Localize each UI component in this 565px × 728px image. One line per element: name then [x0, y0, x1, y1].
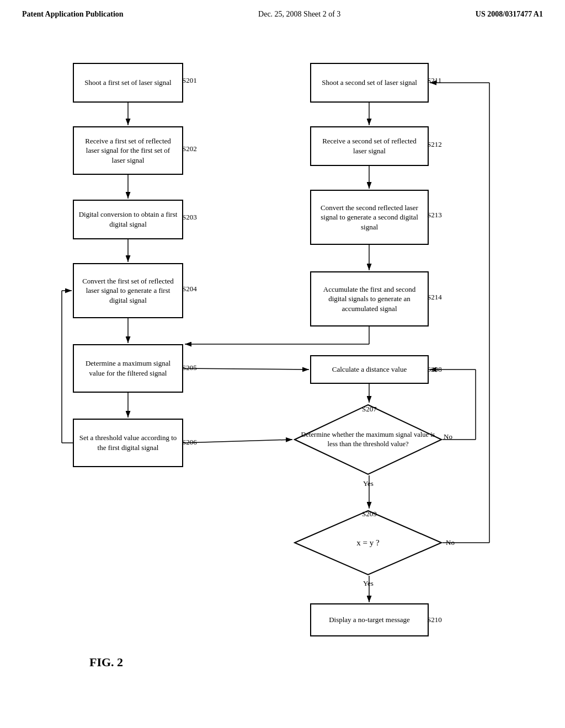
- box-s211-text: Shoot a second set of laser signal: [322, 78, 417, 88]
- diagram-area: Shoot a first set of laser signal S201 R…: [56, 46, 509, 675]
- diamond-s207: Determine whether the maximum signal val…: [294, 404, 443, 475]
- header-right: US 2008/0317477 A1: [476, 10, 543, 19]
- label-s207: S207: [362, 405, 377, 414]
- header-center: Dec. 25, 2008 Sheet 2 of 3: [258, 10, 340, 19]
- s207-no-label: No: [444, 432, 452, 441]
- box-s205-text: Determine a maximum signal value for the…: [78, 358, 178, 378]
- label-s206: S206: [182, 438, 197, 447]
- box-s214: Accumulate the first and second digital …: [310, 271, 429, 326]
- label-s213: S213: [427, 211, 442, 220]
- box-s201: Shoot a first set of laser signal: [73, 63, 183, 103]
- box-s208-text: Calculate a distance value: [332, 365, 407, 374]
- box-s212: Receive a second set of reflected laser …: [310, 126, 429, 166]
- page-header: Patent Application Publication Dec. 25, …: [0, 0, 565, 24]
- label-s204: S204: [182, 285, 197, 293]
- label-s210: S210: [427, 615, 442, 624]
- label-s205: S205: [182, 363, 197, 372]
- label-s208: S208: [427, 365, 442, 374]
- box-s206-text: Set a threshold value according to the f…: [78, 433, 178, 452]
- box-s202: Receive a first set of reflected laser s…: [73, 126, 183, 175]
- label-s214: S214: [427, 293, 442, 302]
- box-s211: Shoot a second set of laser signal: [310, 63, 429, 103]
- svg-line-14: [183, 368, 309, 370]
- svg-line-16: [183, 440, 292, 443]
- box-s201-text: Shoot a first set of laser signal: [84, 78, 171, 88]
- box-s206: Set a threshold value according to the f…: [73, 419, 183, 467]
- fig-label: FIG. 2: [89, 655, 123, 670]
- box-s203: Digital conversion to obtain a first dig…: [73, 200, 183, 239]
- label-s209: S209: [362, 510, 377, 518]
- diamond-s209: x = y ?: [294, 510, 443, 576]
- box-s210: Display a no-target message: [310, 603, 429, 636]
- label-s211: S211: [427, 76, 441, 85]
- s209-yes-label: Yes: [363, 579, 374, 588]
- box-s213: Convert the second reflected laser signa…: [310, 190, 429, 245]
- label-s203: S203: [182, 213, 197, 222]
- box-s204-text: Convert the first set of reflected laser…: [78, 276, 178, 306]
- box-s203-text: Digital conversion to obtain a first dig…: [78, 210, 178, 229]
- s207-yes-label: Yes: [363, 479, 374, 488]
- box-s214-text: Accumulate the first and second digital …: [316, 285, 423, 314]
- box-s208: Calculate a distance value: [310, 355, 429, 384]
- box-s212-text: Receive a second set of reflected laser …: [316, 136, 423, 156]
- box-s213-text: Convert the second reflected laser signa…: [316, 203, 423, 232]
- box-s210-text: Display a no-target message: [329, 615, 410, 625]
- box-s202-text: Receive a first set of reflected laser s…: [78, 136, 178, 165]
- label-s201: S201: [182, 76, 197, 85]
- label-s212: S212: [427, 140, 442, 149]
- label-s202: S202: [182, 144, 197, 153]
- header-left: Patent Application Publication: [22, 10, 124, 19]
- diamond-s209-text: x = y ?: [351, 537, 385, 548]
- box-s205: Determine a maximum signal value for the…: [73, 344, 183, 393]
- s209-no-label: No: [446, 538, 455, 547]
- diamond-s207-text: Determine whether the maximum signal val…: [294, 430, 443, 449]
- box-s204: Convert the first set of reflected laser…: [73, 263, 183, 318]
